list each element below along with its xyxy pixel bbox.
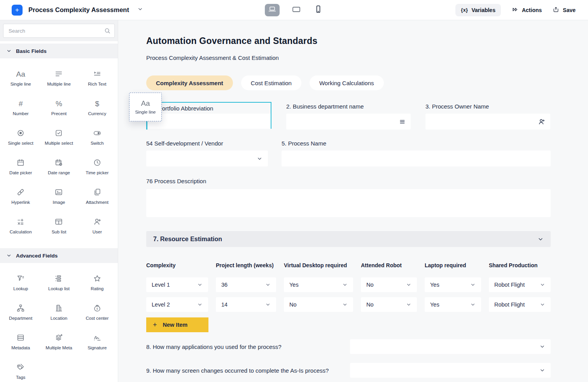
chevron-down-icon [406, 302, 411, 307]
palette-item-location[interactable]: Location [40, 297, 78, 327]
new-form-button[interactable]: + [12, 5, 23, 16]
palette-item-label: Date picker [9, 170, 32, 175]
palette-item-attachment[interactable]: Attachment [78, 181, 116, 211]
select-shared-production-row1[interactable]: Robot Flight [489, 277, 551, 292]
question-select-1[interactable] [350, 339, 551, 354]
select-complexity-row1[interactable]: Level 1 [146, 277, 208, 292]
palette-item-date-range[interactable]: Date range [40, 152, 78, 181]
device-tablet-button[interactable] [289, 4, 304, 16]
form-title-dropdown[interactable] [137, 6, 143, 14]
hamburger-icon[interactable] [399, 118, 406, 125]
palette-item-cost-center[interactable]: $Cost center [78, 297, 116, 327]
select-attended-robot-row1[interactable]: No [361, 277, 417, 292]
palette-item-date-picker[interactable]: Date picker [2, 152, 40, 181]
palette-item-single-select[interactable]: Single select [2, 122, 40, 152]
palette-item-label: Rating [91, 286, 103, 291]
new-item-button[interactable]: + New Item [146, 317, 208, 332]
multiple-line-icon [54, 69, 63, 79]
palette-item-single-line[interactable]: AaSingle line [2, 63, 40, 93]
palette-item-number[interactable]: #Number [2, 93, 40, 122]
chevron-down-icon [197, 302, 203, 307]
image-icon [54, 187, 63, 197]
select-virtual-desktop-required-row2[interactable]: No [284, 297, 353, 312]
select-laptop-required-row1[interactable]: Yes [425, 277, 481, 292]
palette-item-tags[interactable]: Tags [2, 356, 40, 382]
palette-item-multiple-meta[interactable]: Multiple Meta [40, 327, 78, 356]
select-value: Yes [430, 301, 439, 308]
palette-item-time-picker[interactable]: Time picker [78, 152, 116, 181]
section-header-advanced-fields[interactable]: Advanced Fields [0, 248, 118, 263]
palette-item-calculation[interactable]: Calculation [2, 211, 40, 240]
palette-item-currency[interactable]: $Currency [78, 93, 116, 122]
rating-icon [93, 274, 102, 283]
variables-label: Variables [471, 7, 495, 13]
select-project-length-weeks-row1[interactable]: 36 [216, 277, 276, 292]
select-laptop-required-row2[interactable]: Yes [425, 297, 481, 312]
single-line-icon: Aa [16, 69, 25, 79]
drag-ghost-single-line[interactable]: Aa Single line [129, 93, 162, 121]
palette-item-precent[interactable]: %Precent [40, 93, 78, 122]
palette-item-sub-list[interactable]: Sub list [40, 211, 78, 240]
select-attended-robot-row2[interactable]: No [361, 297, 417, 312]
plus-icon: + [153, 321, 157, 329]
process-owner-input[interactable] [425, 114, 550, 130]
select-virtual-desktop-required-row1[interactable]: Yes [284, 277, 353, 292]
section-header-basic-fields[interactable]: Basic Fields [0, 44, 118, 58]
palette-item-rating[interactable]: Rating [78, 268, 116, 297]
question-label: 9. How many screen changes occurred to c… [146, 367, 350, 374]
palette-item-label: Single line [10, 82, 31, 86]
search-icon [104, 27, 111, 34]
palette-grid-advanced-fields: LookupLookup listRatingDepartmentLocatio… [0, 263, 118, 382]
tags-icon [16, 363, 25, 372]
variables-button[interactable]: {x} Variables [455, 4, 501, 16]
select-shared-production-row2[interactable]: Robot Flight [489, 297, 551, 312]
palette-item-switch[interactable]: Switch [78, 122, 116, 152]
tab-working-calculations[interactable]: Working Calculations [310, 75, 384, 90]
business-department-input[interactable] [286, 114, 411, 130]
search-input[interactable] [3, 24, 115, 38]
palette-item-hyperlink[interactable]: Hyperlink [2, 181, 40, 211]
palette-item-multiple-select[interactable]: Multiple select [40, 122, 78, 152]
tab-complexity-assessment[interactable]: Complexity Assessment [146, 75, 233, 90]
hyperlink-icon [16, 187, 25, 197]
column-header-project-length-weeks: Project length (weeks) [216, 262, 276, 268]
tab-cost-estimation[interactable]: Cost Estimation [241, 75, 301, 90]
palette-grid-basic-fields: AaSingle lineMultiple lineRich Text#Numb… [0, 58, 118, 246]
select-value: Yes [430, 282, 439, 288]
actions-button[interactable]: Actions [512, 6, 542, 14]
rich-text-icon [93, 69, 102, 79]
process-name-input[interactable] [282, 151, 551, 166]
device-mobile-button[interactable] [313, 4, 323, 16]
palette-item-user[interactable]: User [78, 211, 116, 240]
palette-item-multiple-line[interactable]: Multiple line [40, 63, 78, 93]
new-item-label: New Item [163, 322, 188, 328]
location-icon [54, 303, 63, 313]
palette-item-lookup[interactable]: Lookup [2, 268, 40, 297]
laptop-icon [268, 5, 277, 16]
save-button[interactable]: Save [553, 6, 576, 14]
chevron-down-icon [537, 236, 544, 242]
device-laptop-button[interactable] [265, 4, 280, 16]
process-description-input[interactable] [146, 189, 551, 217]
chevron-down-icon [265, 282, 271, 287]
palette-item-signature[interactable]: Signature [78, 327, 116, 356]
resource-estimation-section-header[interactable]: 7. Resource Estimation [146, 231, 551, 247]
palette-item-metadata[interactable]: Metadata [2, 327, 40, 356]
field-portfolio-abbreviation[interactable]: 1. Portfolio Abbreviation [146, 102, 271, 129]
chevron-down-icon [470, 302, 476, 307]
portfolio-abbreviation-input[interactable] [147, 114, 271, 129]
palette-item-label: Signature [88, 345, 107, 350]
field-label: 5. Process Name [282, 140, 551, 147]
question-select-2[interactable] [350, 363, 551, 378]
palette-item-image[interactable]: Image [40, 181, 78, 211]
palette-item-label: Location [51, 316, 67, 321]
user-plus-icon[interactable] [538, 118, 545, 125]
palette-item-label: User [93, 230, 102, 234]
palette-item-department[interactable]: Department [2, 297, 40, 327]
palette-item-lookup-list[interactable]: Lookup list [40, 268, 78, 297]
palette-item-label: Date range [48, 170, 70, 175]
select-complexity-row2[interactable]: Level 2 [146, 297, 208, 312]
self-development-vendor-select[interactable] [146, 151, 268, 166]
palette-item-rich-text[interactable]: Rich Text [78, 63, 116, 93]
select-project-length-weeks-row2[interactable]: 14 [216, 297, 276, 312]
